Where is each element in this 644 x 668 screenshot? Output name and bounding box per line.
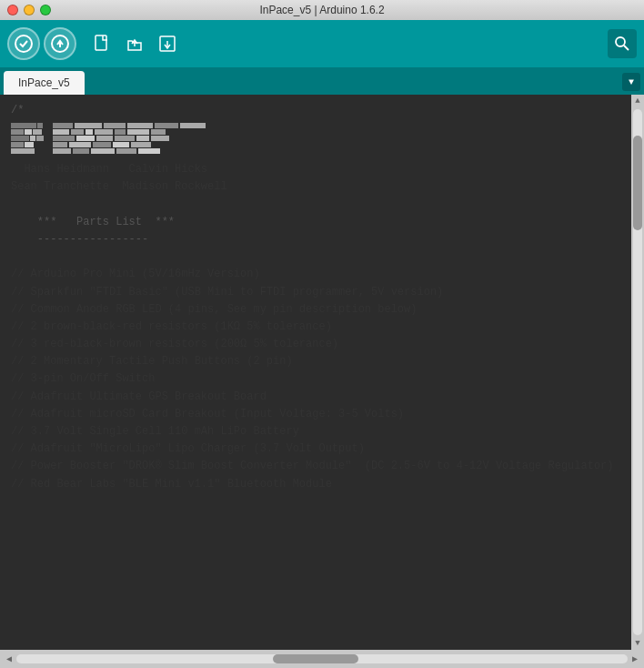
svg-line-8 xyxy=(624,46,629,50)
verify-icon xyxy=(15,35,33,53)
editor-panel: /* xyxy=(0,95,644,650)
scroll-track[interactable] xyxy=(633,109,642,635)
scroll-thumb[interactable] xyxy=(633,136,642,230)
toolbar-right xyxy=(608,29,637,58)
h-scroll-track[interactable] xyxy=(16,654,628,663)
comment-open: /* xyxy=(11,102,624,119)
open-button[interactable] xyxy=(120,29,149,58)
item-12: // Power Booster "DROK® Slim Boost Conve… xyxy=(11,458,624,475)
search-button[interactable] xyxy=(608,29,637,58)
ascii-row-1 xyxy=(11,123,624,154)
parts-header: *** Parts List *** xyxy=(11,214,624,231)
item-9: // Adafruit microSD Card Breakout (Input… xyxy=(11,406,624,423)
search-icon xyxy=(614,35,630,52)
scroll-right-arrow[interactable]: ▶ xyxy=(628,652,642,666)
scroll-left-arrow[interactable]: ◀ xyxy=(2,652,16,666)
item-13: // Red Bear Labs "BLE Mini v1.1" Bluetoo… xyxy=(11,476,624,493)
window-controls xyxy=(7,5,51,15)
svg-point-0 xyxy=(15,35,32,52)
vertical-scrollbar[interactable]: ▲ ▼ xyxy=(631,95,644,650)
author-line-2: Sean Tranchette Madison Rockwell xyxy=(11,178,624,196)
svg-point-7 xyxy=(616,37,625,46)
item-3: // Common Anode RGB LED (4 pins, See my … xyxy=(11,301,624,319)
item-6: // 2 Momentary Tactile Push Buttons (2 p… xyxy=(11,353,624,370)
scroll-up-arrow[interactable]: ▲ xyxy=(631,95,644,107)
editor-content[interactable]: /* xyxy=(0,95,631,650)
item-1: // Arduino Pro Mini (5V/16mHz Version) xyxy=(11,266,624,283)
item-4: // 2 brown-black-red resistors (1KΩ 5% t… xyxy=(11,319,624,336)
ascii-art-block xyxy=(11,123,624,154)
window-title: InPace_v5 | Arduino 1.6.2 xyxy=(259,4,384,16)
ascii-col-1 xyxy=(11,123,44,154)
verify-button[interactable] xyxy=(7,27,40,60)
ascii-col-2 xyxy=(53,123,206,154)
horizontal-scrollbar[interactable]: ◀ ▶ xyxy=(0,650,644,668)
item-11: // Adafruit "MicroLipo" Lipo Charger (3.… xyxy=(11,440,624,458)
parts-divider: ----------------- xyxy=(11,231,624,248)
minimize-button[interactable] xyxy=(24,5,35,15)
h-scroll-thumb[interactable] xyxy=(273,654,358,663)
author-line-1: Hans Heidmann Calvin Hicks xyxy=(11,161,624,178)
scroll-down-arrow[interactable]: ▼ xyxy=(631,637,644,650)
file-buttons xyxy=(87,29,182,58)
save-file-icon xyxy=(157,34,177,54)
title-bar: InPace_v5 | Arduino 1.6.2 xyxy=(0,0,644,20)
upload-icon xyxy=(51,35,69,53)
new-button[interactable] xyxy=(87,29,116,58)
upload-button[interactable] xyxy=(44,27,76,60)
dropdown-icon: ▼ xyxy=(629,77,634,87)
item-2: // Sparkfun "FTDI Basic" (USB Mini to FT… xyxy=(11,284,624,301)
close-button[interactable] xyxy=(7,5,18,15)
item-8: // Adafruit Ultimate GPS Breakout Board xyxy=(11,389,624,406)
tab-inpace-v5[interactable]: InPace_v5 xyxy=(4,71,85,95)
tab-label: InPace_v5 xyxy=(18,76,70,89)
maximize-button[interactable] xyxy=(40,5,51,15)
open-file-icon xyxy=(125,34,145,54)
toolbar xyxy=(0,20,644,67)
item-5: // 3 red-black-brown resistors (200Ω 5% … xyxy=(11,336,624,353)
save-button[interactable] xyxy=(153,29,182,58)
new-file-icon xyxy=(92,34,112,54)
tab-bar: InPace_v5 ▼ xyxy=(0,67,644,95)
tab-dropdown-button[interactable]: ▼ xyxy=(622,73,640,91)
svg-rect-3 xyxy=(96,35,106,50)
item-7: // 3-pin On/Off Switch xyxy=(11,370,624,388)
item-10: // 3.7 Volt Single Cell 110 mAh LiPo Bat… xyxy=(11,423,624,440)
